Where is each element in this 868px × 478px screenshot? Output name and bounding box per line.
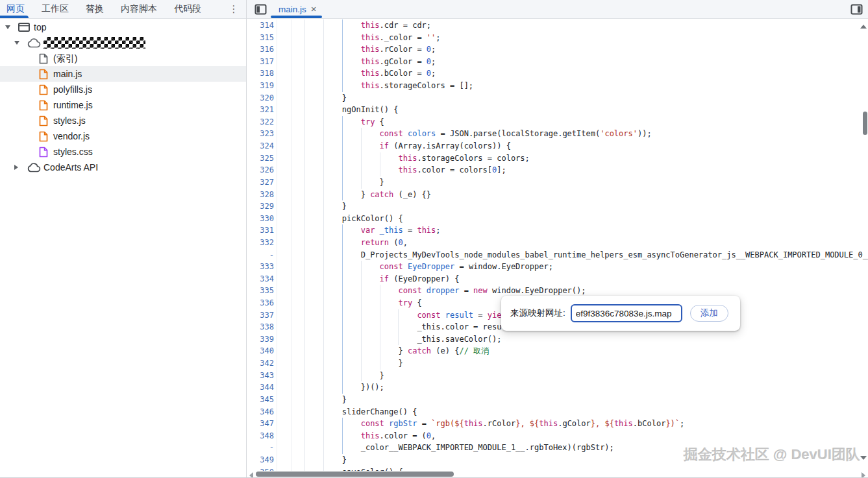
token-s: 'colors': [600, 129, 638, 138]
token-p: ));: [638, 129, 652, 138]
tree-item-styles.css[interactable]: styles.css: [0, 144, 246, 160]
token-k: new: [473, 286, 488, 295]
token-k: this: [417, 226, 436, 235]
line-number[interactable]: 322: [247, 116, 274, 128]
line-number[interactable]: 323: [247, 128, 274, 140]
line-number[interactable]: 337: [247, 309, 274, 322]
horizontal-scrollbar[interactable]: [247, 471, 868, 478]
line-number[interactable]: 345: [247, 394, 274, 406]
token-n: 0: [427, 57, 431, 66]
token-p: [375, 226, 379, 235]
line-number[interactable]: 331: [247, 224, 274, 237]
line-number[interactable]: 347: [247, 418, 274, 430]
token-p: .gColor: [558, 419, 591, 428]
scroll-down-arrow[interactable]: [860, 456, 867, 460]
line-number[interactable]: 343: [247, 370, 274, 382]
tree-item-runtime.js[interactable]: runtime.js: [0, 97, 246, 113]
line-number[interactable]: 314: [247, 19, 274, 32]
token-k: this: [361, 69, 380, 78]
line-number[interactable]: 333: [247, 261, 274, 273]
line-number[interactable]: 346: [247, 406, 274, 418]
tab-close-icon[interactable]: ×: [311, 5, 317, 14]
code-line: 339_this.saveColor();: [247, 333, 868, 346]
line-number[interactable]: 321: [247, 104, 274, 116]
more-options-icon[interactable]: ⋮: [228, 3, 240, 16]
line-number[interactable]: 330: [247, 213, 274, 225]
line-number[interactable]: 349: [247, 454, 274, 466]
line-number[interactable]: 344: [247, 381, 274, 394]
panel-tab-代码段[interactable]: 代码段: [173, 0, 203, 18]
token-p: {: [412, 298, 421, 307]
panel-tab-工作区[interactable]: 工作区: [40, 0, 70, 18]
code-editor[interactable]: 314this.cdr = cdr;315this._color = '';31…: [247, 19, 868, 471]
code-text: this.cdr = cdr;: [304, 19, 431, 32]
line-number[interactable]: 317: [247, 56, 274, 68]
chevron-right-icon[interactable]: [14, 165, 18, 170]
line-number[interactable]: 326: [247, 164, 274, 176]
line-number[interactable]: 338: [247, 321, 274, 333]
token-k: this: [464, 419, 483, 428]
chevron-down-icon[interactable]: [5, 25, 10, 29]
source-map-url-input[interactable]: [571, 304, 682, 322]
token-k: try: [398, 298, 412, 307]
add-button[interactable]: 添加: [690, 305, 728, 322]
code-text: }: [304, 394, 347, 406]
line-number[interactable]: 342: [247, 357, 274, 370]
scroll-left-arrow[interactable]: [249, 472, 253, 478]
line-number[interactable]: -: [247, 442, 274, 454]
token-p: .cdr = cdr;: [380, 21, 431, 30]
token-k: this: [361, 33, 380, 42]
code-line: 324if (Array.isArray(colors)) {: [247, 140, 868, 152]
token-p: .storageColors = colors;: [417, 154, 529, 163]
toggle-navigator-icon[interactable]: [253, 3, 268, 16]
line-number[interactable]: 320: [247, 92, 274, 104]
vertical-scrollbar-thumb[interactable]: [863, 112, 867, 135]
token-k: const: [398, 286, 421, 295]
line-number[interactable]: 324: [247, 140, 274, 152]
horizontal-scrollbar-thumb[interactable]: [256, 472, 454, 477]
tree-item-codearts-api[interactable]: CodeArts API: [0, 160, 246, 175]
line-number[interactable]: 335: [247, 285, 274, 297]
line-number[interactable]: 336: [247, 297, 274, 309]
line-number[interactable]: 319: [247, 80, 274, 92]
tree-item-main.js[interactable]: main.js: [0, 66, 246, 82]
panel-tab-网页[interactable]: 网页: [5, 0, 26, 18]
scroll-up-arrow[interactable]: [860, 25, 867, 29]
line-number[interactable]: 318: [247, 67, 274, 80]
line-number[interactable]: 329: [247, 200, 274, 213]
token-k: this: [361, 45, 380, 54]
panel-tab-内容脚本[interactable]: 内容脚本: [119, 0, 158, 18]
tree-item-(索引)[interactable]: (索引): [0, 51, 246, 66]
code-text: const colors = JSON.parse(localStorage.g…: [304, 128, 652, 140]
panel-tab-替换[interactable]: 替换: [84, 0, 105, 18]
line-number[interactable]: 332: [247, 237, 274, 249]
token-p: }: [342, 202, 347, 211]
token-p: _color__WEBPACK_IMPORTED_MODULE_1__.rgbT…: [361, 443, 614, 452]
line-number[interactable]: 325: [247, 152, 274, 165]
tree-item-top[interactable]: top: [0, 19, 246, 35]
line-number[interactable]: 334: [247, 273, 274, 285]
chevron-down-icon[interactable]: [14, 41, 19, 45]
code-text: sliderChange() {: [304, 406, 417, 418]
tree-item-vendor.js[interactable]: vendor.js: [0, 128, 246, 144]
token-p: .bColor: [633, 419, 666, 428]
token-p: (e) {: [431, 346, 459, 355]
line-number[interactable]: 327: [247, 176, 274, 189]
token-p: .color = colors[: [417, 165, 492, 174]
line-number[interactable]: 328: [247, 189, 274, 201]
line-number[interactable]: 350: [247, 466, 274, 471]
tab-main-js[interactable]: main.js ×: [269, 0, 323, 18]
line-number[interactable]: -: [247, 249, 274, 261]
token-k: try: [361, 117, 375, 126]
line-number[interactable]: 348: [247, 430, 274, 442]
toggle-right-sidebar-icon[interactable]: [849, 3, 864, 16]
tree-item-polyfills.js[interactable]: polyfills.js: [0, 82, 246, 97]
line-number[interactable]: 339: [247, 333, 274, 346]
scroll-right-arrow[interactable]: [862, 472, 865, 478]
token-p: ;: [436, 226, 440, 235]
tree-item-redacted-origin[interactable]: [0, 35, 246, 51]
line-number[interactable]: 316: [247, 43, 274, 56]
line-number[interactable]: 340: [247, 345, 274, 357]
tree-item-styles.js[interactable]: styles.js: [0, 113, 246, 128]
line-number[interactable]: 315: [247, 32, 274, 44]
